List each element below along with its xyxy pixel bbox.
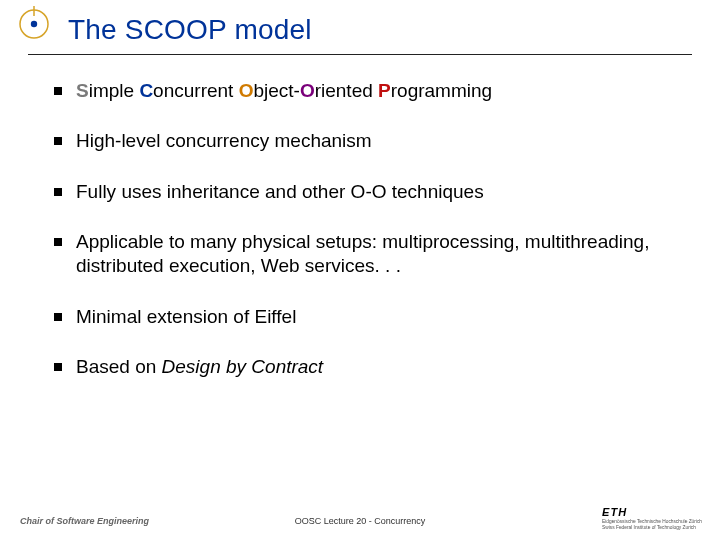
acronym-word: rogramming [391, 80, 492, 101]
slide-footer: Chair of Software Engineering OOSC Lectu… [0, 504, 720, 532]
acronym-letter: P [378, 80, 391, 101]
svg-point-1 [31, 21, 37, 27]
bullet-list: Simple Concurrent Object-Oriented Progra… [54, 79, 680, 379]
acronym-letter: O [300, 80, 315, 101]
acronym-word: oncurrent [153, 80, 239, 101]
bullet-item: Simple Concurrent Object-Oriented Progra… [54, 79, 680, 103]
bullet-item: Minimal extension of Eiffel [54, 305, 680, 329]
acronym-word: bject [253, 80, 293, 101]
acronym-letter: O [239, 80, 254, 101]
bullet-item: Fully uses inheritance and other O-O tec… [54, 180, 680, 204]
acronym-word: imple [89, 80, 140, 101]
footer-left-text: Chair of Software Engineering [20, 516, 149, 526]
bullet-item: High-level concurrency mechanism [54, 129, 680, 153]
bullet-text-italic: Design by Contract [162, 356, 324, 377]
acronym-letter: C [139, 80, 153, 101]
bullet-item: Based on Design by Contract [54, 355, 680, 379]
slide-body: Simple Concurrent Object-Oriented Progra… [0, 55, 720, 379]
eth-sub1: Eidgenössische Technische Hochschule Zür… [602, 519, 702, 524]
eth-logo: ETH [602, 506, 702, 518]
footer-center-text: OOSC Lecture 20 - Concurrency [295, 516, 426, 526]
eth-sub2: Swiss Federal Institute of Technology Zu… [602, 525, 702, 530]
slide-title: The SCOOP model [68, 14, 720, 46]
acronym-word: riented [315, 80, 378, 101]
acronym-letter: S [76, 80, 89, 101]
logo-icon [16, 6, 52, 42]
slide-header: The SCOOP model [0, 0, 720, 52]
bullet-item: Applicable to many physical setups: mult… [54, 230, 680, 279]
footer-right-block: ETH Eidgenössische Technische Hochschule… [602, 506, 702, 530]
bullet-text: Based on [76, 356, 162, 377]
